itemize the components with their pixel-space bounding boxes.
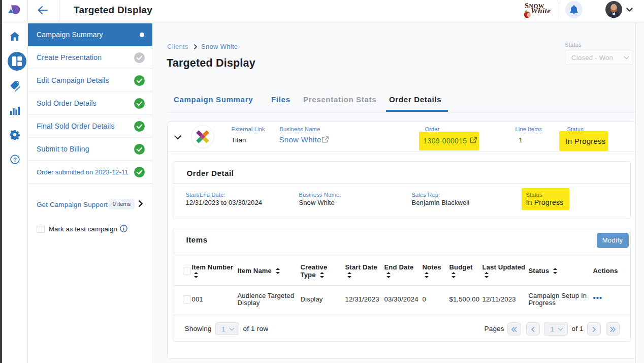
svg-text:?: ? <box>13 157 17 163</box>
